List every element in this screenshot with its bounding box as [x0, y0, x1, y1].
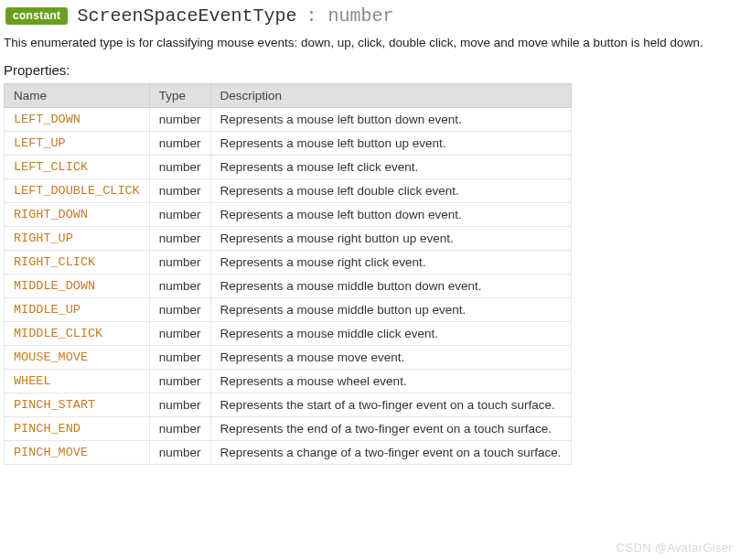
- prop-type-cell: number: [149, 156, 210, 179]
- prop-desc-cell: Represents a mouse left button up event.: [210, 132, 571, 156]
- table-row: MIDDLE_DOWNnumberRepresents a mouse midd…: [5, 275, 572, 298]
- prop-name-link[interactable]: LEFT_DOWN: [14, 113, 80, 126]
- prop-desc-cell: Represents a mouse middle button down ev…: [210, 275, 571, 298]
- table-row: LEFT_DOWNnumberRepresents a mouse left b…: [5, 108, 572, 132]
- prop-name-link[interactable]: RIGHT_CLICK: [14, 255, 95, 269]
- constant-badge: constant: [5, 7, 68, 25]
- prop-name-link[interactable]: WHEEL: [14, 374, 51, 388]
- prop-type-cell: number: [149, 179, 210, 203]
- prop-name-cell: MIDDLE_CLICK: [5, 322, 150, 346]
- prop-name-link[interactable]: PINCH_START: [14, 398, 95, 412]
- prop-desc-cell: Represents a mouse left button down even…: [210, 203, 571, 227]
- prop-desc-cell: Represents a mouse left double click eve…: [210, 179, 571, 203]
- prop-name-link[interactable]: PINCH_END: [14, 422, 80, 436]
- prop-desc-cell: Represents a mouse middle button up even…: [210, 298, 571, 322]
- prop-type-cell: number: [149, 417, 210, 441]
- prop-name-cell: RIGHT_UP: [5, 227, 150, 251]
- prop-name-link[interactable]: MIDDLE_UP: [14, 303, 80, 317]
- prop-name-cell: PINCH_START: [5, 393, 150, 417]
- table-row: MIDDLE_UPnumberRepresents a mouse middle…: [5, 298, 572, 322]
- prop-name-link[interactable]: RIGHT_DOWN: [14, 208, 88, 221]
- properties-table-body: LEFT_DOWNnumberRepresents a mouse left b…: [5, 108, 572, 465]
- prop-desc-cell: Represents the end of a two-finger event…: [210, 417, 571, 441]
- summary-text: This enumerated type is for classifying …: [2, 32, 738, 51]
- properties-table: Name Type Description LEFT_DOWNnumberRep…: [4, 83, 572, 465]
- prop-name-link[interactable]: RIGHT_UP: [14, 232, 73, 245]
- api-doc-page: constant ScreenSpaceEventType : number T…: [0, 0, 740, 560]
- prop-name-link[interactable]: LEFT_UP: [14, 136, 66, 150]
- prop-type-cell: number: [149, 203, 210, 227]
- prop-type-cell: number: [149, 370, 210, 393]
- table-row: PINCH_MOVEnumberRepresents a change of a…: [5, 441, 572, 465]
- prop-type-cell: number: [149, 393, 210, 417]
- prop-name-link[interactable]: LEFT_CLICK: [14, 160, 88, 174]
- prop-type-cell: number: [149, 132, 210, 156]
- table-row: MIDDLE_CLICKnumberRepresents a mouse mid…: [5, 322, 572, 346]
- prop-type-cell: number: [149, 108, 210, 132]
- prop-desc-cell: Represents a change of a two-finger even…: [210, 441, 571, 465]
- prop-name-link[interactable]: MIDDLE_CLICK: [14, 327, 102, 340]
- prop-name-link[interactable]: MOUSE_MOVE: [14, 350, 88, 364]
- table-row: RIGHT_DOWNnumberRepresents a mouse left …: [5, 203, 572, 227]
- table-row: RIGHT_CLICKnumberRepresents a mouse righ…: [5, 251, 572, 275]
- prop-name-cell: MIDDLE_UP: [5, 298, 150, 322]
- prop-type-cell: number: [149, 251, 210, 275]
- prop-desc-cell: Represents a mouse move event.: [210, 346, 571, 370]
- prop-name-cell: RIGHT_CLICK: [5, 251, 150, 275]
- prop-name-cell: WHEEL: [5, 370, 150, 393]
- table-row: LEFT_CLICKnumberRepresents a mouse left …: [5, 156, 572, 179]
- properties-heading: Properties:: [2, 51, 738, 78]
- table-row: LEFT_DOUBLE_CLICKnumberRepresents a mous…: [5, 179, 572, 203]
- prop-type-cell: number: [149, 346, 210, 370]
- prop-desc-cell: Represents a mouse middle click event.: [210, 322, 571, 346]
- prop-name-cell: LEFT_DOUBLE_CLICK: [5, 179, 150, 203]
- watermark: CSDN @AvatarGiser: [617, 541, 733, 555]
- prop-name-cell: LEFT_DOWN: [5, 108, 150, 132]
- table-row: WHEELnumberRepresents a mouse wheel even…: [5, 370, 572, 393]
- prop-name-cell: LEFT_UP: [5, 132, 150, 156]
- table-row: LEFT_UPnumberRepresents a mouse left but…: [5, 132, 572, 156]
- header-row: constant ScreenSpaceEventType : number: [2, 4, 738, 32]
- prop-desc-cell: Represents a mouse left button down even…: [210, 108, 571, 132]
- prop-name-cell: RIGHT_DOWN: [5, 203, 150, 227]
- table-row: PINCH_ENDnumberRepresents the end of a t…: [5, 417, 572, 441]
- prop-name-cell: MIDDLE_DOWN: [5, 275, 150, 298]
- prop-type-cell: number: [149, 227, 210, 251]
- prop-type-cell: number: [149, 275, 210, 298]
- prop-desc-cell: Represents a mouse left click event.: [210, 156, 571, 179]
- col-description: Description: [210, 84, 571, 108]
- prop-name-cell: PINCH_MOVE: [5, 441, 150, 465]
- type-name: ScreenSpaceEventType: [77, 5, 296, 27]
- table-row: PINCH_STARTnumberRepresents the start of…: [5, 393, 572, 417]
- prop-name-cell: PINCH_END: [5, 417, 150, 441]
- prop-name-link[interactable]: LEFT_DOUBLE_CLICK: [14, 184, 140, 198]
- table-row: RIGHT_UPnumberRepresents a mouse right b…: [5, 227, 572, 251]
- col-type: Type: [149, 84, 210, 108]
- prop-name-cell: MOUSE_MOVE: [5, 346, 150, 370]
- prop-type-cell: number: [149, 322, 210, 346]
- table-row: MOUSE_MOVEnumberRepresents a mouse move …: [5, 346, 572, 370]
- prop-desc-cell: Represents the start of a two-finger eve…: [210, 393, 571, 417]
- prop-name-link[interactable]: MIDDLE_DOWN: [14, 279, 95, 293]
- prop-desc-cell: Represents a mouse wheel event.: [210, 370, 571, 393]
- properties-table-head: Name Type Description: [5, 84, 572, 108]
- prop-desc-cell: Represents a mouse right click event.: [210, 251, 571, 275]
- col-name: Name: [5, 84, 150, 108]
- type-signature: : number: [306, 5, 393, 27]
- prop-name-link[interactable]: PINCH_MOVE: [14, 446, 88, 459]
- prop-type-cell: number: [149, 441, 210, 465]
- prop-type-cell: number: [149, 298, 210, 322]
- prop-name-cell: LEFT_CLICK: [5, 156, 150, 179]
- prop-desc-cell: Represents a mouse right button up event…: [210, 227, 571, 251]
